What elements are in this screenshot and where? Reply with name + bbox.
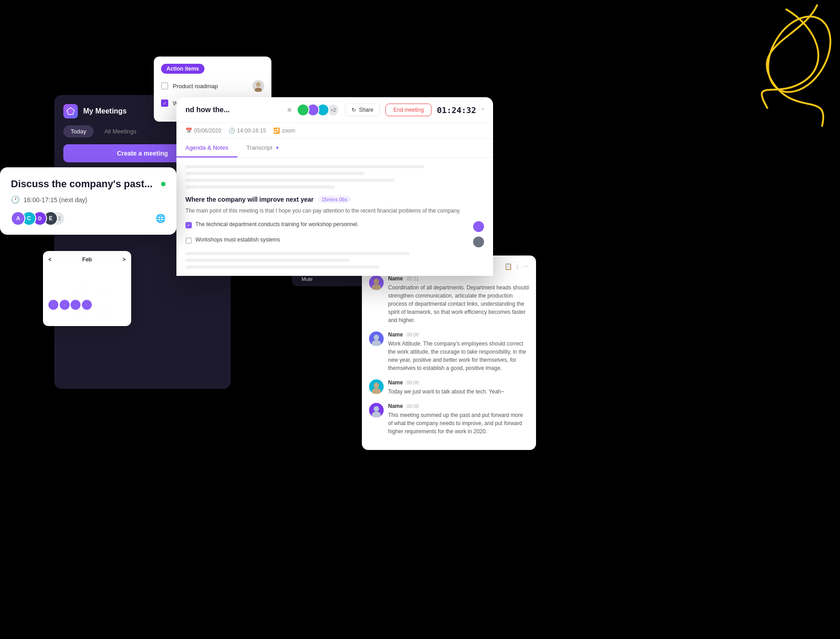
cal-day-highlight[interactable]: · [82,300,92,310]
meeting-title-text: nd how the... [185,106,282,114]
main-panel-tabs: Agenda & Notes Transcript ✦ [176,139,493,158]
main-top-bar: nd how the... +2 ↻ Share End meeting 01:… [176,97,493,123]
chat-message-4: Name 00:00 This meeting summed up the pa… [369,403,529,435]
cal-day[interactable]: · [60,311,70,321]
cal-next[interactable]: > [123,256,126,263]
cal-day[interactable]: · [115,311,125,321]
svg-marker-2 [68,109,73,114]
cal-day[interactable]: · [104,267,114,277]
task-checkbox-1[interactable]: ✓ [185,222,192,228]
cal-day[interactable]: · [82,278,92,288]
calendar-mini: < Feb > · · · · · · · · · · · · · · · · … [43,251,131,326]
action-item-avatar-1 [252,80,264,92]
active-dot [161,182,166,186]
chat-avatar-2 [369,331,384,346]
chat-meta-1: Name 02:21 [388,275,529,282]
action-item-left-1: Product roadmap [161,82,218,90]
cal-day[interactable]: · [71,267,81,277]
chat-content-2: Name 00:00 Work Attitude. The company's … [388,331,529,372]
ai-sparkle-icon: ✦ [275,145,280,151]
cal-month: Feb [82,256,92,263]
chat-avatar-4 [369,403,384,417]
cal-day[interactable]: · [104,311,114,321]
cal-day[interactable]: · [93,311,103,321]
cal-day[interactable]: · [71,278,81,288]
content-placeholder-1 [185,165,424,168]
meeting-info-row: 📅 05/06/2020 🕐 14:00-16:15 🔁 zoom [176,123,493,139]
cal-day[interactable]: · [82,267,92,277]
chat-avatar-1 [369,275,384,290]
cal-day[interactable]: · [60,289,70,299]
cal-day[interactable]: · [48,267,58,277]
task-avatar-1 [473,221,484,232]
calendar-grid: · · · · · · · · · · · · · · · · · · · · … [48,267,126,321]
app-logo [63,104,78,118]
chat-copy-icon[interactable]: 📋 [504,263,512,270]
section-header: Where the company will improve next year… [185,196,484,203]
tab-today[interactable]: Today [63,125,94,137]
cal-day[interactable]: · [115,278,125,288]
main-content-area: Where the company will improve next year… [176,158,493,276]
cal-day[interactable]: · [48,278,58,288]
action-item-text-1: Product roadmap [173,83,218,90]
meeting-card-title: Discuss the company's past... [11,178,166,190]
cal-day[interactable]: · [82,311,92,321]
cal-day[interactable]: · [93,300,103,310]
cal-day[interactable]: · [82,289,92,299]
cal-day[interactable]: · [71,311,81,321]
meeting-time-info: 🕐 14:00-16:15 [228,128,266,134]
cal-day[interactable]: · [115,289,125,299]
svg-point-3 [256,82,261,87]
cal-day-highlight[interactable]: · [48,300,58,310]
cal-day[interactable]: · [48,289,58,299]
checkbox-unchecked-1[interactable] [161,82,168,90]
chat-meta-4: Name 00:00 [388,403,529,409]
cal-day-highlight[interactable]: · [71,300,81,310]
svg-point-30 [374,406,379,412]
cal-day[interactable]: · [60,267,70,277]
svg-point-24 [374,335,379,340]
cal-day-highlight[interactable]: · [60,300,70,310]
svg-point-0 [755,5,840,103]
task-text-1: The technical department conducts traini… [195,221,359,227]
content-placeholder-6 [185,259,350,262]
task-left-1: ✓ The technical department conducts trai… [185,221,359,228]
section-time-badge: 15mins 06s [318,196,351,203]
chat-more-icon[interactable]: ⋯ [522,263,529,270]
meeting-platform: 🔁 zoom [273,128,295,134]
main-panel-wrapper: nd how the... +2 ↻ Share End meeting 01:… [176,97,493,276]
calendar-header: < Feb > [48,256,126,263]
section-title: Where the company will improve next year [185,196,313,203]
tab-transcript[interactable]: Transcript ✦ [237,139,289,157]
cal-day[interactable]: · [115,267,125,277]
cal-day[interactable]: · [71,289,81,299]
content-placeholder-3 [185,179,394,182]
cal-day[interactable]: · [104,300,114,310]
task-row-2: Workshops must establish systems [185,237,484,247]
cal-prev[interactable]: < [48,256,52,263]
checkbox-checked-2[interactable]: ✓ [161,99,168,107]
meeting-date: 📅 05/06/2020 [185,128,221,134]
task-checkbox-2[interactable] [185,237,192,244]
participant-avatars: +2 [297,104,339,116]
participant-avatar-1 [297,104,309,116]
cal-day[interactable]: · [104,289,114,299]
content-placeholder-5 [185,252,409,255]
cal-day[interactable]: · [115,300,125,310]
chat-export-icon[interactable]: ↓ [516,263,519,270]
task-avatar-2 [473,237,484,247]
cal-day[interactable]: · [93,289,103,299]
cal-day[interactable]: · [93,278,103,288]
chat-message-3: Name 00:00 Today we just want to talk ab… [369,379,529,396]
tab-all-meetings[interactable]: All Meetings [97,125,144,137]
cal-day[interactable]: · [48,311,58,321]
chat-panel: 📋 ↓ ⋯ Name 02:21 Coordination of all dep… [362,256,536,450]
cal-day[interactable]: · [104,278,114,288]
tab-agenda-notes[interactable]: Agenda & Notes [176,139,237,157]
cal-day[interactable]: · [93,267,103,277]
content-placeholder-4 [185,185,335,189]
chat-meta-2: Name 00:00 [388,331,529,338]
cal-day[interactable]: · [60,278,70,288]
share-button[interactable]: ↻ Share [345,104,380,116]
end-meeting-button[interactable]: End meeting [385,104,431,116]
